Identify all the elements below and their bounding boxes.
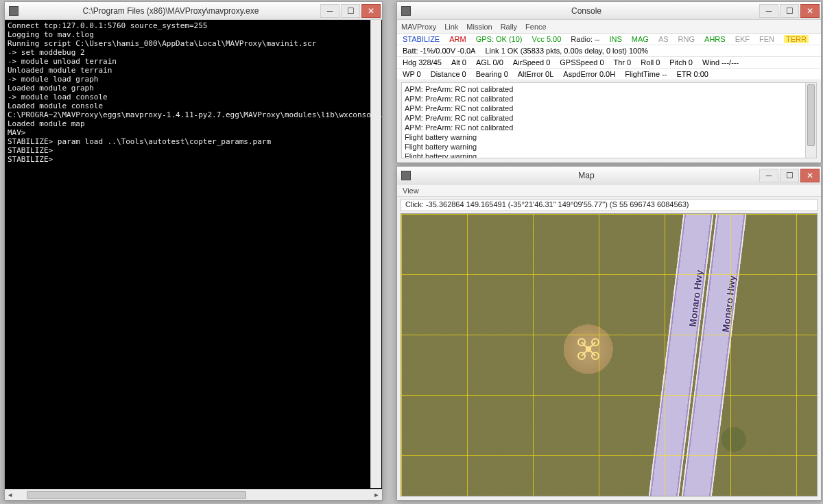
log-line: Flight battery warning [405, 132, 813, 142]
status-radio: Radio: -- [571, 35, 599, 43]
terminal-line: -> set moddebug 2 [8, 48, 85, 57]
terminal-app-icon [9, 6, 19, 16]
scroll-right-icon[interactable]: ▸ [371, 490, 382, 501]
terminal-line: Logging to mav.tlog [8, 30, 94, 39]
status-wp: WP 0 [403, 70, 421, 78]
status-pitch: Pitch 0 [669, 58, 693, 67]
terminal-line: Unloaded module terrain [8, 66, 112, 75]
terminal-line: STABILIZE> param load ..\Tools\autotest\… [8, 137, 271, 146]
terminal-titlebar[interactable]: C:\Program Files (x86)\MAVProxy\mavproxy… [5, 2, 382, 20]
status-ekf: EKF [735, 35, 750, 43]
console-window: Console ─ ☐ ✕ MAVProxy Link Mission Rall… [396, 1, 822, 163]
console-title: Console [415, 6, 758, 16]
console-log-scrollbar[interactable] [805, 83, 816, 158]
log-line: APM: PreArm: RC not calibrated [405, 94, 813, 104]
minimize-button[interactable]: ─ [759, 169, 778, 182]
close-button[interactable]: ✕ [361, 4, 381, 18]
scroll-thumb[interactable] [807, 84, 815, 146]
terminal-line: C:\PROGRA~2\MAVProxy\eggs\mavproxy-1.4.1… [8, 110, 382, 119]
menu-mavproxy[interactable]: MAVProxy [401, 23, 436, 31]
log-line: APM: PreArm: RC not calibrated [405, 113, 813, 123]
status-rng: RNG [678, 35, 695, 43]
status-terr: TERR [784, 35, 809, 43]
terminal-vertical-scrollbar[interactable] [370, 20, 381, 488]
menu-rally[interactable]: Rally [501, 23, 517, 31]
map-grid-overlay [401, 214, 817, 496]
status-row-4: WP 0 Distance 0 Bearing 0 AltError 0L As… [397, 69, 821, 80]
map-titlebar[interactable]: Map ─ ☐ ✕ [397, 167, 821, 184]
terminal-line: Loaded module map [8, 119, 85, 128]
terminal-line: Running script C:\Users\hamis_000\AppDat… [8, 39, 316, 48]
terminal-horizontal-scrollbar[interactable]: ◂ ▸ [5, 489, 382, 500]
status-gps: GPS: OK (10) [476, 35, 523, 43]
status-aspderror: AspdError 0.0H [563, 70, 615, 78]
status-row-2: Batt: -1%/0.00V -0.0A Link 1 OK (35833 p… [397, 45, 821, 57]
status-batt: Batt: -1%/0.00V -0.0A [403, 47, 475, 55]
menu-link[interactable]: Link [444, 23, 458, 31]
terminal-line: MAV> [8, 128, 26, 137]
close-button[interactable]: ✕ [800, 4, 820, 18]
map-title: Map [415, 171, 758, 180]
status-gpsspeed: GPSSpeed 0 [560, 58, 604, 67]
status-mode: STABILIZE [403, 35, 440, 43]
log-line: APM: PreArm: RC not calibrated [405, 104, 813, 113]
map-viewport[interactable]: Monaro Hwy Monaro Hwy [401, 213, 818, 496]
maximize-button[interactable]: ☐ [780, 4, 799, 18]
minimize-button[interactable]: ─ [759, 4, 778, 18]
status-alterror: AltError 0L [518, 70, 554, 78]
menu-mission[interactable]: Mission [466, 23, 492, 31]
status-link: Link 1 OK (35833 pkts, 0.00s delay, 0 lo… [485, 47, 648, 55]
scroll-left-icon[interactable]: ◂ [5, 490, 16, 501]
map-click-info: Click: -35.362864 149.165491 (-35°21'46.… [401, 199, 818, 211]
status-distance: Distance 0 [431, 70, 466, 78]
map-menubar: View [397, 184, 821, 197]
map-app-icon [401, 171, 411, 180]
status-wind: Wind ---/--- [702, 58, 739, 67]
status-fen: FEN [759, 35, 774, 43]
terminal-title: C:\Program Files (x86)\MAVProxy\mavproxy… [23, 6, 319, 16]
status-ahrs: AHRS [704, 35, 726, 43]
status-vcc: Vcc 5.00 [532, 35, 562, 43]
terminal-line: -> module load graph [8, 75, 98, 84]
terminal-line: Loaded module console [8, 101, 103, 110]
log-line: APM: PreArm: RC not calibrated [405, 123, 813, 132]
terminal-line: STABILIZE> [8, 155, 53, 164]
map-window: Map ─ ☐ ✕ View Click: -35.362864 149.165… [396, 166, 822, 501]
scroll-thumb[interactable] [27, 491, 246, 499]
console-titlebar[interactable]: Console ─ ☐ ✕ [397, 2, 821, 20]
minimize-button[interactable]: ─ [320, 4, 339, 18]
terminal-line: Loaded module graph [8, 84, 94, 93]
status-agl: AGL 0/0 [476, 58, 503, 67]
terminal-line: STABILIZE> [8, 146, 53, 155]
status-bearing: Bearing 0 [476, 70, 508, 78]
status-row-1: STABILIZE ARM GPS: OK (10) Vcc 5.00 Radi… [397, 34, 821, 45]
log-line: Flight battery warning [405, 152, 813, 158]
status-alt: Alt 0 [451, 58, 466, 67]
console-log[interactable]: APM: PreArm: RC not calibrated APM: PreA… [401, 82, 817, 158]
console-app-icon [401, 6, 411, 16]
console-menubar: MAVProxy Link Mission Rally Fence [397, 20, 821, 34]
status-row-3: Hdg 328/45 Alt 0 AGL 0/0 AirSpeed 0 GPSS… [397, 57, 821, 69]
status-flighttime: FlightTime -- [625, 70, 667, 78]
status-airspeed: AirSpeed 0 [513, 58, 550, 67]
terminal-line: -> module unload terrain [8, 57, 117, 66]
maximize-button[interactable]: ☐ [780, 169, 799, 182]
log-line: APM: PreArm: RC not calibrated [405, 84, 813, 94]
status-hdg: Hdg 328/45 [403, 58, 442, 67]
close-button[interactable]: ✕ [800, 169, 820, 182]
menu-fence[interactable]: Fence [525, 23, 547, 31]
status-mag: MAG [632, 35, 649, 43]
status-ins: INS [610, 35, 622, 43]
log-line: Flight battery warning [405, 142, 813, 152]
terminal-line: -> module load console [8, 93, 108, 101]
terminal-window: C:\Program Files (x86)\MAVProxy\mavproxy… [4, 1, 383, 501]
status-arm: ARM [449, 35, 466, 43]
status-thr: Thr 0 [614, 58, 632, 67]
menu-view[interactable]: View [403, 187, 419, 195]
status-as: AS [658, 35, 669, 43]
maximize-button[interactable]: ☐ [341, 4, 360, 18]
status-etr: ETR 0:00 [677, 70, 708, 78]
terminal-line: Connect tcp:127.0.0.1:5760 source_system… [8, 21, 207, 30]
status-roll: Roll 0 [641, 58, 660, 67]
terminal-output[interactable]: Connect tcp:127.0.0.1:5760 source_system… [5, 20, 382, 489]
